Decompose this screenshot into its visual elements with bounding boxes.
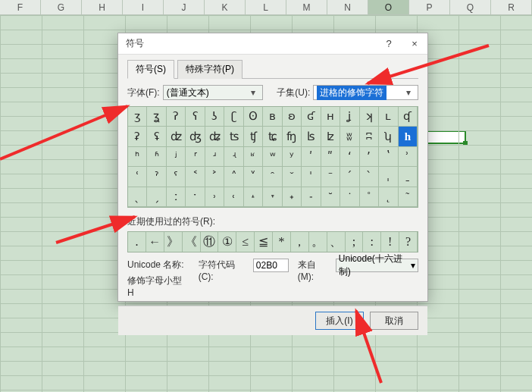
recent-symbol-cell[interactable]: ≦ — [255, 232, 273, 252]
recent-symbol-cell[interactable]: ! — [381, 232, 399, 252]
symbol-cell[interactable]: ʙ — [263, 107, 282, 127]
column-header[interactable]: I — [123, 0, 164, 14]
symbol-cell[interactable]: ʔ — [167, 107, 186, 127]
symbol-cell[interactable]: ʣ — [167, 127, 186, 146]
symbol-cell[interactable]: ʷ — [263, 147, 282, 167]
symbol-cell[interactable]: ʕ — [186, 107, 205, 127]
column-header[interactable]: N — [327, 0, 368, 14]
help-button[interactable]: ? — [376, 33, 402, 55]
column-header[interactable]: M — [286, 0, 327, 14]
symbol-cell[interactable]: ʰ — [128, 147, 147, 167]
symbol-cell[interactable]: ˃ — [205, 167, 224, 187]
symbol-cell[interactable]: ʖ — [205, 107, 224, 127]
recent-symbol-cell[interactable]: 》 — [164, 232, 183, 252]
symbol-cell[interactable]: ʾ — [399, 147, 418, 167]
column-header[interactable]: K — [205, 0, 246, 14]
symbol-cell[interactable]: ʭ — [360, 127, 379, 146]
symbol-cell[interactable]: ʮ — [379, 127, 398, 146]
symbol-cell[interactable]: ʼ — [360, 147, 379, 167]
titlebar[interactable]: 符号 ? × — [118, 33, 427, 55]
symbol-cell[interactable]: ʪ — [302, 127, 321, 146]
column-header[interactable]: P — [409, 0, 450, 14]
insert-button[interactable]: 插入(I) — [315, 312, 364, 330]
symbol-cell[interactable]: h — [399, 127, 418, 146]
symbol-cell[interactable]: ʒ — [128, 107, 147, 127]
symbol-cell[interactable]: ʧ — [244, 127, 263, 146]
from-combo[interactable]: Unicode(十六进制) ▾ — [336, 259, 418, 272]
recent-symbol-cell[interactable]: ≤ — [236, 232, 255, 252]
symbol-cell[interactable]: ʸ — [283, 147, 302, 167]
font-combo[interactable]: (普通文本) ▾ — [163, 85, 264, 100]
symbol-cell[interactable]: ʢ — [147, 127, 166, 146]
symbol-cell[interactable]: ˗ — [302, 187, 321, 207]
symbol-cell[interactable]: ʹ — [302, 147, 321, 167]
column-header[interactable]: L — [246, 0, 286, 14]
symbol-cell[interactable]: ˜ — [399, 187, 418, 207]
symbol-cell[interactable]: ʵ — [224, 147, 243, 167]
column-header[interactable]: F — [0, 0, 41, 14]
symbol-cell[interactable]: ʜ — [321, 107, 340, 127]
symbol-cell[interactable]: ˅ — [244, 167, 263, 187]
tab-symbols[interactable]: 符号(S) — [127, 60, 174, 79]
symbol-cell[interactable]: ˈ — [302, 167, 321, 187]
symbol-cell[interactable]: ˁ — [167, 167, 186, 187]
tab-special-chars[interactable]: 特殊字符(P) — [177, 60, 243, 79]
symbol-cell[interactable]: ʻ — [340, 147, 359, 167]
symbol-cell[interactable]: ˒ — [205, 187, 224, 207]
symbol-cell[interactable]: ʤ — [186, 127, 205, 146]
recent-symbol-cell[interactable]: 、 — [327, 232, 346, 252]
column-header[interactable]: G — [41, 0, 82, 14]
symbol-cell[interactable]: ˂ — [186, 167, 205, 187]
symbol-cell[interactable]: ʝ — [340, 107, 359, 127]
column-header[interactable]: Q — [450, 0, 491, 14]
recent-symbol-cell[interactable]: ① — [218, 232, 236, 252]
symbol-cell[interactable]: ˍ — [399, 167, 418, 187]
subset-combo[interactable]: 进格的修饰字符 ▾ — [313, 85, 418, 100]
recent-symbol-cell[interactable]: 。 — [309, 232, 327, 252]
symbol-cell[interactable]: ʽ — [379, 147, 398, 167]
symbol-cell[interactable]: ˆ — [263, 167, 282, 187]
symbol-cell[interactable]: ˊ — [340, 167, 359, 187]
symbol-cell[interactable]: ˚ — [360, 187, 379, 207]
recent-symbol-cell[interactable]: ? — [399, 232, 418, 252]
symbol-cell[interactable]: ʴ — [205, 147, 224, 167]
symbol-cell[interactable]: ʛ — [302, 107, 321, 127]
symbol-cell[interactable]: ʞ — [360, 107, 379, 127]
symbol-cell[interactable]: ˕ — [263, 187, 282, 207]
close-button[interactable]: × — [402, 33, 427, 55]
symbol-cell[interactable]: ʚ — [283, 107, 302, 127]
symbol-cell[interactable]: ʲ — [167, 147, 186, 167]
symbol-cell[interactable]: ˇ — [283, 167, 302, 187]
symbol-cell[interactable]: ˓ — [224, 187, 243, 207]
recent-symbol-cell[interactable]: * — [273, 232, 291, 252]
symbol-cell[interactable]: ʦ — [224, 127, 243, 146]
symbol-cell[interactable]: ˄ — [224, 167, 243, 187]
symbol-cell[interactable]: ʗ — [224, 107, 243, 127]
symbol-cell[interactable]: ʫ — [321, 127, 340, 146]
symbol-cell[interactable]: ʩ — [283, 127, 302, 146]
symbol-cell[interactable]: ʳ — [186, 147, 205, 167]
symbol-cell[interactable]: ˀ — [147, 167, 166, 187]
symbol-cell[interactable]: ˖ — [283, 187, 302, 207]
symbol-cell[interactable]: ː — [167, 187, 186, 207]
symbol-cell[interactable]: ʥ — [205, 127, 224, 146]
symbol-cell[interactable]: ʬ — [340, 127, 359, 146]
symbol-cell[interactable]: ʡ — [128, 127, 147, 146]
recent-symbol-cell[interactable]: ; — [346, 232, 364, 252]
recent-symbol-cell[interactable]: ← — [146, 232, 164, 252]
recent-symbol-cell[interactable]: ， — [291, 232, 309, 252]
symbol-cell[interactable]: ˑ — [186, 187, 205, 207]
symbol-cell[interactable]: ˔ — [244, 187, 263, 207]
column-header[interactable]: R — [491, 0, 532, 14]
symbol-cell[interactable]: ʓ — [147, 107, 166, 127]
symbol-cell[interactable]: ˘ — [321, 187, 340, 207]
symbol-cell[interactable]: ˉ — [321, 167, 340, 187]
symbol-cell[interactable]: ˌ — [379, 167, 398, 187]
symbol-cell[interactable]: ˙ — [340, 187, 359, 207]
symbol-cell[interactable]: ˏ — [147, 187, 166, 207]
symbol-cell[interactable]: ʟ — [379, 107, 398, 127]
symbol-cell[interactable]: ʘ — [244, 107, 263, 127]
char-code-input[interactable]: 02B0 — [253, 259, 289, 272]
symbol-cell[interactable]: ʠ — [399, 107, 418, 127]
recent-symbol-cell[interactable]: 《 — [183, 232, 201, 252]
